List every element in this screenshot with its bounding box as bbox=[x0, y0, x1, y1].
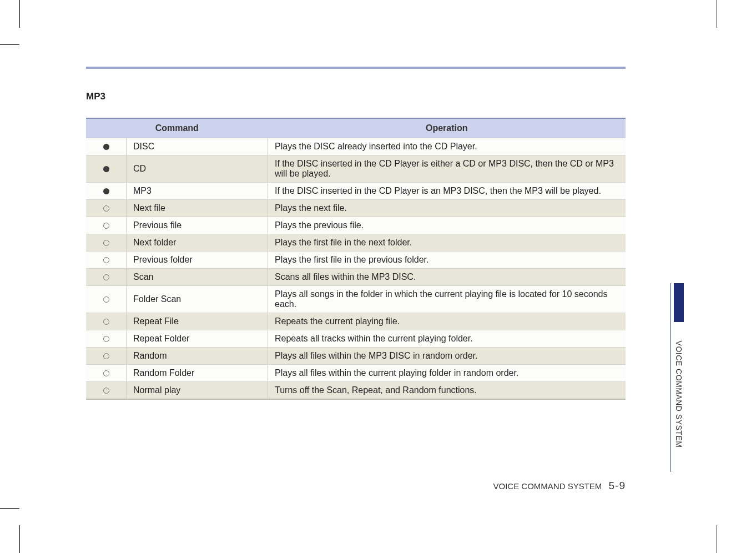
table-row: Repeat FileRepeats the current playing f… bbox=[86, 313, 626, 330]
operation-cell: Plays the first file in the next folder. bbox=[268, 234, 626, 252]
crop-mark bbox=[19, 525, 20, 553]
command-cell: MP3 bbox=[127, 183, 268, 200]
header-operation: Operation bbox=[268, 118, 626, 138]
table-row: Normal playTurns off the Scan, Repeat, a… bbox=[86, 382, 626, 400]
command-cell: Scan bbox=[127, 269, 268, 286]
header-command: Command bbox=[86, 118, 268, 138]
side-tab bbox=[674, 283, 684, 322]
operation-cell: Plays the next file. bbox=[268, 200, 626, 217]
page-footer: VOICE COMMAND SYSTEM 5-9 bbox=[493, 480, 626, 492]
row-marker bbox=[86, 330, 127, 348]
crop-mark bbox=[19, 0, 20, 28]
crop-mark bbox=[717, 525, 717, 553]
row-marker bbox=[86, 200, 127, 217]
table-row: Random FolderPlays all files within the … bbox=[86, 365, 626, 382]
table-row: Previous folderPlays the first file in t… bbox=[86, 252, 626, 269]
row-marker bbox=[86, 286, 127, 313]
filled-circle-icon bbox=[103, 166, 109, 172]
page-number: 5-9 bbox=[609, 480, 626, 491]
operation-cell: Plays all files within the MP3 DISC in r… bbox=[268, 348, 626, 365]
row-marker bbox=[86, 365, 127, 382]
row-marker bbox=[86, 217, 127, 234]
hollow-circle-icon bbox=[103, 274, 109, 280]
operation-cell: Scans all files within the MP3 DISC. bbox=[268, 269, 626, 286]
operation-cell: Repeats the current playing file. bbox=[268, 313, 626, 330]
footer-text: VOICE COMMAND SYSTEM bbox=[493, 481, 602, 491]
table-row: Previous filePlays the previous file. bbox=[86, 217, 626, 234]
row-marker bbox=[86, 313, 127, 330]
table-row: Folder ScanPlays all songs in the folder… bbox=[86, 286, 626, 313]
hollow-circle-icon bbox=[103, 319, 109, 325]
command-cell: Random bbox=[127, 348, 268, 365]
filled-circle-icon bbox=[103, 144, 109, 150]
side-label: VOICE COMMAND SYSTEM bbox=[674, 325, 684, 464]
side-tab-divider bbox=[671, 283, 671, 472]
row-marker bbox=[86, 234, 127, 252]
command-cell: Next folder bbox=[127, 234, 268, 252]
row-marker bbox=[86, 183, 127, 200]
hollow-circle-icon bbox=[103, 223, 109, 229]
row-marker bbox=[86, 138, 127, 155]
hollow-circle-icon bbox=[103, 257, 109, 263]
hollow-circle-icon bbox=[103, 370, 109, 376]
table-row: DISCPlays the DISC already inserted into… bbox=[86, 138, 626, 155]
top-rule bbox=[86, 67, 626, 69]
table-row: MP3If the DISC inserted in the CD Player… bbox=[86, 183, 626, 200]
operation-cell: Plays all files within the current playi… bbox=[268, 365, 626, 382]
command-cell: CD bbox=[127, 155, 268, 183]
hollow-circle-icon bbox=[103, 388, 109, 394]
command-cell: Repeat Folder bbox=[127, 330, 268, 348]
filled-circle-icon bbox=[103, 188, 109, 194]
operation-cell: If the DISC inserted in the CD Player is… bbox=[268, 155, 626, 183]
command-cell: Repeat File bbox=[127, 313, 268, 330]
crop-mark bbox=[717, 0, 717, 28]
row-marker bbox=[86, 155, 127, 183]
crop-mark bbox=[0, 44, 19, 45]
row-marker bbox=[86, 382, 127, 400]
hollow-circle-icon bbox=[103, 296, 109, 303]
operation-cell: Plays all songs in the folder in which t… bbox=[268, 286, 626, 313]
command-cell: Normal play bbox=[127, 382, 268, 400]
row-marker bbox=[86, 269, 127, 286]
side-label-text: VOICE COMMAND SYSTEM bbox=[674, 341, 683, 448]
command-cell: Previous file bbox=[127, 217, 268, 234]
table-row: CDIf the DISC inserted in the CD Player … bbox=[86, 155, 626, 183]
operation-cell: Turns off the Scan, Repeat, and Random f… bbox=[268, 382, 626, 400]
page-content: MP3 Command Operation DISCPlays the DISC… bbox=[86, 67, 626, 492]
hollow-circle-icon bbox=[103, 240, 109, 246]
command-table: Command Operation DISCPlays the DISC alr… bbox=[86, 118, 626, 400]
command-cell: Folder Scan bbox=[127, 286, 268, 313]
table-row: Next folderPlays the first file in the n… bbox=[86, 234, 626, 252]
hollow-circle-icon bbox=[103, 205, 109, 212]
hollow-circle-icon bbox=[103, 336, 109, 342]
command-cell: Next file bbox=[127, 200, 268, 217]
command-cell: DISC bbox=[127, 138, 268, 155]
table-row: ScanScans all files within the MP3 DISC. bbox=[86, 269, 626, 286]
row-marker bbox=[86, 348, 127, 365]
section-title: MP3 bbox=[86, 91, 626, 102]
table-row: Repeat FolderRepeats all tracks within t… bbox=[86, 330, 626, 348]
operation-cell: Plays the first file in the previous fol… bbox=[268, 252, 626, 269]
command-cell: Random Folder bbox=[127, 365, 268, 382]
operation-cell: If the DISC inserted in the CD Player is… bbox=[268, 183, 626, 200]
operation-cell: Plays the DISC already inserted into the… bbox=[268, 138, 626, 155]
row-marker bbox=[86, 252, 127, 269]
crop-mark bbox=[0, 508, 19, 509]
operation-cell: Plays the previous file. bbox=[268, 217, 626, 234]
command-cell: Previous folder bbox=[127, 252, 268, 269]
table-row: RandomPlays all files within the MP3 DIS… bbox=[86, 348, 626, 365]
operation-cell: Repeats all tracks within the current pl… bbox=[268, 330, 626, 348]
hollow-circle-icon bbox=[103, 353, 109, 359]
table-row: Next filePlays the next file. bbox=[86, 200, 626, 217]
